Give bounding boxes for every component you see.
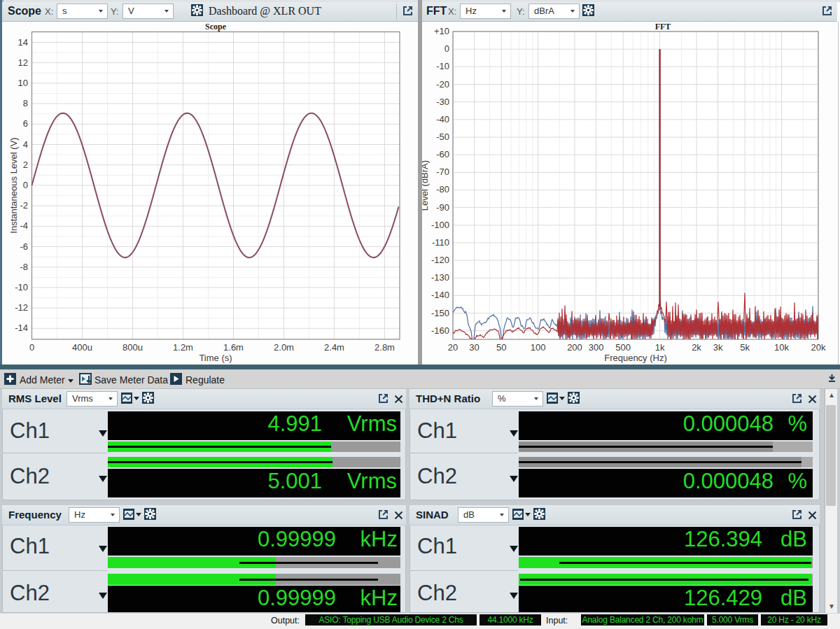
- svg-text:-40: -40: [436, 114, 449, 125]
- svg-text:Time (s): Time (s): [199, 353, 232, 363]
- svg-text:-90: -90: [436, 202, 449, 213]
- svg-text:2: 2: [23, 160, 28, 170]
- svg-text:0: 0: [444, 43, 449, 54]
- svg-text:8: 8: [23, 98, 28, 108]
- svg-text:2.0m: 2.0m: [274, 342, 294, 353]
- svg-text:-14: -14: [15, 323, 28, 333]
- svg-text:4: 4: [23, 139, 28, 150]
- svg-text:-80: -80: [436, 184, 449, 195]
- svg-text:20k: 20k: [811, 342, 826, 353]
- svg-text:200: 200: [567, 342, 582, 353]
- svg-text:0: 0: [29, 342, 34, 353]
- svg-text:5k: 5k: [740, 342, 750, 353]
- svg-text:Scope: Scope: [205, 22, 227, 31]
- svg-text:1.6m: 1.6m: [223, 342, 244, 353]
- svg-text:1k: 1k: [655, 342, 665, 353]
- svg-text:-140: -140: [431, 290, 449, 300]
- svg-text:-10: -10: [436, 61, 449, 71]
- svg-text:1.2m: 1.2m: [173, 342, 193, 353]
- svg-text:30: 30: [469, 342, 479, 353]
- svg-text:-160: -160: [431, 325, 449, 336]
- svg-text:-50: -50: [436, 132, 449, 142]
- svg-text:-70: -70: [436, 167, 449, 177]
- svg-text:0: 0: [23, 180, 28, 190]
- svg-text:50: 50: [496, 342, 506, 353]
- svg-text:-100: -100: [431, 220, 449, 230]
- svg-text:FFT: FFT: [655, 22, 671, 31]
- svg-text:2.8m: 2.8m: [374, 342, 395, 353]
- svg-text:Level (dBrA): Level (dBrA): [422, 160, 430, 211]
- svg-text:-130: -130: [431, 272, 449, 283]
- svg-text:100: 100: [531, 342, 546, 353]
- svg-text:-150: -150: [431, 308, 449, 318]
- svg-text:-20: -20: [436, 79, 449, 90]
- svg-text:-12: -12: [15, 302, 28, 313]
- svg-text:-10: -10: [15, 282, 28, 292]
- svg-text:-60: -60: [436, 149, 449, 160]
- svg-text:-120: -120: [431, 255, 449, 265]
- svg-text:300: 300: [589, 342, 604, 353]
- svg-text:2.4m: 2.4m: [324, 342, 344, 353]
- svg-text:6: 6: [23, 118, 28, 129]
- svg-text:-4: -4: [20, 220, 28, 231]
- svg-text:12: 12: [18, 57, 28, 68]
- svg-text:400u: 400u: [72, 342, 92, 353]
- svg-text:500: 500: [615, 342, 631, 353]
- svg-text:2k: 2k: [692, 342, 701, 353]
- svg-text:Frequency (Hz): Frequency (Hz): [604, 353, 667, 363]
- svg-text:+10: +10: [434, 26, 449, 36]
- svg-text:-8: -8: [20, 262, 28, 272]
- svg-text:-30: -30: [436, 97, 449, 107]
- svg-text:10k: 10k: [774, 342, 789, 353]
- svg-text:-110: -110: [432, 237, 449, 248]
- svg-text:-2: -2: [20, 200, 28, 211]
- svg-text:-6: -6: [20, 241, 28, 252]
- svg-text:20: 20: [448, 342, 458, 353]
- svg-text:10: 10: [18, 78, 28, 88]
- svg-text:3k: 3k: [713, 342, 723, 353]
- svg-text:800u: 800u: [122, 342, 143, 353]
- svg-text:Instantaneous Level (V): Instantaneous Level (V): [8, 137, 19, 233]
- svg-text:14: 14: [18, 37, 28, 48]
